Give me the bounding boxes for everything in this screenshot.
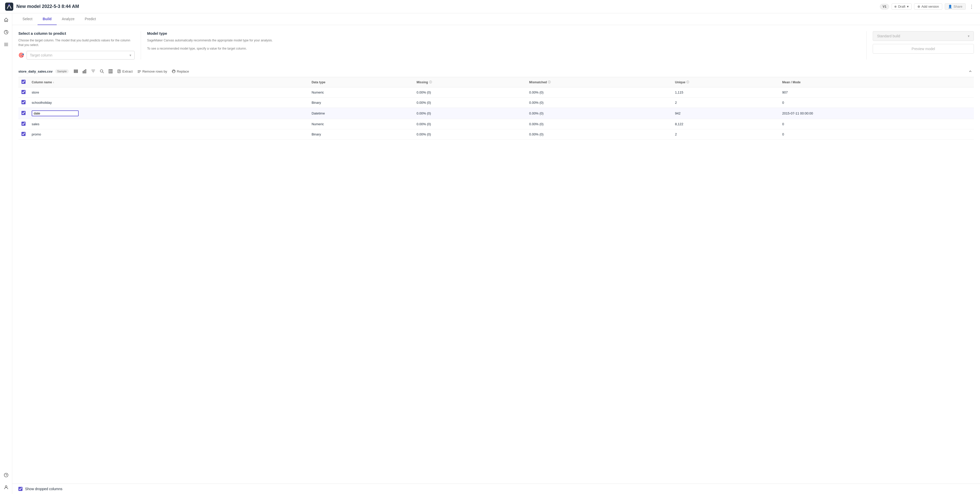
remove-rows-icon xyxy=(137,69,141,73)
collapse-icon xyxy=(968,69,972,73)
tab-analyze[interactable]: Analyze xyxy=(57,13,80,25)
row-checkbox[interactable] xyxy=(21,111,25,115)
model-type-hint: To see a recommended model type, specify… xyxy=(147,46,860,51)
sidebar-item-home[interactable] xyxy=(3,16,10,24)
left-sidebar xyxy=(0,13,12,494)
column-settings-button[interactable] xyxy=(107,68,114,74)
col-data-type: Numeric xyxy=(309,88,414,98)
svg-point-7 xyxy=(5,486,7,488)
bottom-bar: Show dropped columns xyxy=(12,483,980,494)
model-type-title: Model type xyxy=(147,31,860,35)
th-unique: Unique ⓘ xyxy=(672,77,779,88)
col-unique: 2 xyxy=(672,98,779,108)
th-column-name: Column name ↓ xyxy=(29,77,309,88)
preview-model-button[interactable]: Preview model xyxy=(873,44,974,54)
svg-rect-17 xyxy=(110,70,111,73)
row-checkbox[interactable] xyxy=(21,132,25,136)
header-left: New model 2022-5-3 8:44 AM xyxy=(5,3,79,11)
col-mismatched: 0.00% (0) xyxy=(526,98,672,108)
target-column-select[interactable]: Target column ▾ xyxy=(27,51,135,59)
add-version-button[interactable]: ⊕ Add version xyxy=(914,3,942,10)
col-mean-mode: 0 xyxy=(779,98,974,108)
col-mean-mode: 907 xyxy=(779,88,974,98)
svg-rect-16 xyxy=(109,70,110,73)
more-options-button[interactable]: ⋮ xyxy=(968,4,975,10)
list-view-button[interactable] xyxy=(72,68,80,74)
col-missing: 0.00% (0) xyxy=(414,88,526,98)
version-badge: V1 xyxy=(880,4,889,10)
share-label: Share xyxy=(953,5,963,8)
list-icon xyxy=(74,69,78,73)
col-name-cell: sales xyxy=(29,119,309,129)
target-column-chevron-icon: ▾ xyxy=(129,53,131,57)
standard-build-label: Standard build xyxy=(877,34,900,38)
col-name-input[interactable] xyxy=(32,110,79,116)
tab-build[interactable]: Build xyxy=(38,13,57,25)
tab-predict[interactable]: Predict xyxy=(80,13,101,25)
svg-rect-10 xyxy=(74,72,78,73)
filter-button[interactable] xyxy=(90,68,97,74)
th-mean-mode: Mean / Mode xyxy=(779,77,974,88)
col-name-cell-edit xyxy=(29,108,309,119)
unique-info-icon[interactable]: ⓘ xyxy=(686,80,689,84)
data-table: Column name ↓ Data type Missing ⓘ xyxy=(18,77,974,140)
chart-view-button[interactable] xyxy=(81,68,88,74)
search-icon xyxy=(100,69,104,73)
th-missing: Missing ⓘ xyxy=(414,77,526,88)
sidebar-item-user[interactable] xyxy=(3,484,10,491)
extract-icon xyxy=(117,69,121,73)
th-checkbox xyxy=(18,77,29,88)
svg-point-14 xyxy=(100,70,103,72)
target-column-row: 🎯 Target column ▾ xyxy=(18,51,135,59)
col-missing: 0.00% (0) xyxy=(414,129,526,140)
standard-build-button[interactable]: Standard build ▾ xyxy=(873,31,974,41)
remove-rows-label: Remove rows by xyxy=(142,70,167,73)
model-type-desc: SageMaker Canvas automatically recommend… xyxy=(147,38,860,43)
table-body: store Numeric 0.00% (0) 0.00% (0) 1,115 … xyxy=(18,88,974,140)
svg-line-15 xyxy=(103,72,104,73)
data-toolbar: store_daily_sales.csv Sample xyxy=(18,66,974,77)
table-header: Column name ↓ Data type Missing ⓘ xyxy=(18,77,974,88)
table-row: sales Numeric 0.00% (0) 0.00% (0) 8,122 … xyxy=(18,119,974,129)
svg-rect-8 xyxy=(74,70,78,70)
show-dropped-checkbox[interactable] xyxy=(18,487,22,491)
sidebar-item-analytics[interactable] xyxy=(3,29,10,36)
sidebar-item-menu[interactable] xyxy=(3,41,10,48)
row-checkbox-cell xyxy=(18,98,29,108)
chart-icon xyxy=(83,69,87,73)
share-button[interactable]: 👤 Share xyxy=(945,3,966,10)
select-column-title: Select a column to predict xyxy=(18,31,135,35)
col-data-type: Binary xyxy=(309,129,414,140)
draft-button[interactable]: Draft ▾ xyxy=(892,3,911,10)
collapse-button[interactable] xyxy=(967,68,974,74)
row-checkbox[interactable] xyxy=(21,90,25,94)
select-column-desc: Choose the target column. The model that… xyxy=(18,38,135,47)
replace-button[interactable]: Replace xyxy=(170,68,191,74)
col-mismatched: 0.00% (0) xyxy=(526,119,672,129)
remove-rows-button[interactable]: Remove rows by xyxy=(135,68,169,74)
missing-info-icon[interactable]: ⓘ xyxy=(429,80,432,84)
extract-label: Extract xyxy=(123,70,132,73)
table-row: Datetime 0.00% (0) 0.00% (0) 942 2015-07… xyxy=(18,108,974,119)
sidebar-item-help[interactable] xyxy=(3,472,10,479)
table-row: store Numeric 0.00% (0) 0.00% (0) 1,115 … xyxy=(18,88,974,98)
extract-button[interactable]: Extract xyxy=(116,68,134,74)
col-data-type: Binary xyxy=(309,98,414,108)
select-all-checkbox[interactable] xyxy=(21,80,25,84)
data-section: store_daily_sales.csv Sample xyxy=(18,66,974,140)
search-button[interactable] xyxy=(98,68,105,74)
col-unique: 1,115 xyxy=(672,88,779,98)
row-checkbox[interactable] xyxy=(21,122,25,126)
row-checkbox[interactable] xyxy=(21,100,25,104)
show-dropped-label: Show dropped columns xyxy=(25,487,62,491)
table-header-row: Column name ↓ Data type Missing ⓘ xyxy=(18,77,974,88)
svg-rect-9 xyxy=(74,71,78,72)
tab-select[interactable]: Select xyxy=(18,13,38,25)
draft-dot xyxy=(894,6,896,8)
draft-chevron-icon: ▾ xyxy=(907,5,909,8)
row-checkbox-cell xyxy=(18,108,29,119)
top-header: New model 2022-5-3 8:44 AM V1 Draft ▾ ⊕ … xyxy=(0,0,980,13)
tabs-bar: Select Build Analyze Predict xyxy=(12,13,980,25)
svg-point-23 xyxy=(172,70,175,73)
mismatched-info-icon[interactable]: ⓘ xyxy=(548,80,550,84)
